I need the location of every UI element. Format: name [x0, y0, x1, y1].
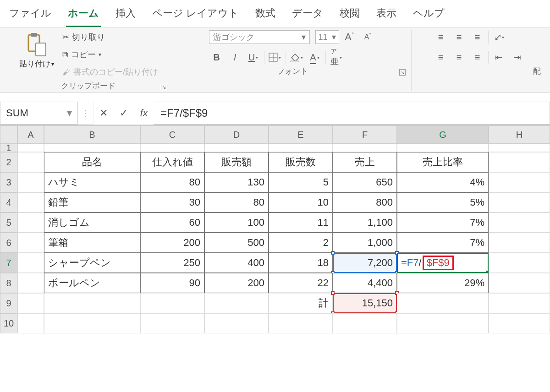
cell-H8[interactable] — [489, 273, 550, 293]
cell-G5[interactable]: 7% — [397, 212, 489, 233]
cell-G8[interactable]: 29% — [397, 273, 489, 293]
col-header-E[interactable]: E — [269, 125, 333, 144]
cell-F6[interactable]: 1,000 — [333, 233, 397, 253]
cell-D9[interactable] — [204, 293, 269, 313]
col-header-C[interactable]: C — [140, 125, 204, 144]
align-right-button[interactable]: ≡ — [470, 50, 485, 64]
cell-D1[interactable] — [204, 144, 269, 152]
cell-C9[interactable] — [140, 293, 204, 313]
cell-E9[interactable]: 計 — [269, 293, 333, 313]
cell-E1[interactable] — [269, 144, 333, 152]
cell-A2[interactable] — [17, 152, 44, 172]
col-header-F[interactable]: F — [333, 125, 397, 144]
cell-G2[interactable]: 売上比率 — [397, 152, 489, 172]
cell-G7[interactable]: =F7/$F$9 — [397, 253, 489, 273]
cell-F2[interactable]: 売上 — [333, 152, 397, 172]
cell-B4[interactable]: 鉛筆 — [44, 192, 140, 212]
cell-A10[interactable] — [17, 313, 44, 333]
cell-G6[interactable]: 7% — [397, 233, 489, 253]
cell-D10[interactable] — [204, 313, 269, 333]
italic-button[interactable]: I — [227, 50, 243, 64]
range-handle[interactable] — [331, 291, 335, 295]
cell-D7[interactable]: 400 — [204, 253, 269, 273]
cell-F4[interactable]: 800 — [333, 192, 397, 212]
cell-G3[interactable]: 4% — [397, 172, 489, 192]
font-name-dropdown[interactable]: 游ゴシック ▾ — [209, 30, 310, 44]
tab-file[interactable]: ファイル — [7, 4, 53, 27]
tab-insert[interactable]: 挿入 — [114, 4, 138, 27]
cell-H9[interactable] — [489, 293, 550, 313]
cut-button[interactable]: ✂ 切り取り — [60, 30, 160, 44]
cell-H3[interactable] — [489, 172, 550, 192]
cell-H1[interactable] — [489, 144, 550, 152]
cell-E2[interactable]: 販売数 — [269, 152, 333, 172]
cell-D2[interactable]: 販売額 — [204, 152, 269, 172]
cell-A5[interactable] — [17, 212, 44, 233]
col-header-A[interactable]: A — [17, 125, 44, 144]
cell-A9[interactable] — [17, 293, 44, 313]
cell-G1[interactable] — [397, 144, 489, 152]
align-left-button[interactable]: ≡ — [433, 50, 449, 64]
cell-A3[interactable] — [17, 172, 44, 192]
cell-D8[interactable]: 200 — [204, 273, 269, 293]
row-header-4[interactable]: 4 — [0, 192, 17, 212]
align-middle-button[interactable]: ≡ — [451, 30, 467, 44]
tab-review[interactable]: 校閲 — [338, 4, 362, 27]
formula-cancel-button[interactable]: ✕ — [94, 102, 114, 125]
cell-C6[interactable]: 200 — [140, 233, 204, 253]
row-header-7[interactable]: 7 — [0, 253, 17, 273]
tab-formulas[interactable]: 数式 — [253, 4, 277, 27]
cell-B10[interactable] — [44, 313, 140, 333]
cell-C2[interactable]: 仕入れ値 — [140, 152, 204, 172]
cell-E10[interactable] — [269, 313, 333, 333]
cell-G4[interactable]: 5% — [397, 192, 489, 212]
decrease-font-button[interactable]: A˅ — [360, 30, 376, 44]
increase-font-button[interactable]: A˄ — [342, 30, 358, 44]
cell-B6[interactable]: 筆箱 — [44, 233, 140, 253]
col-header-B[interactable]: B — [44, 125, 140, 144]
cell-E7[interactable]: 18 — [269, 253, 333, 273]
copy-button[interactable]: ⧉ コピー ▾ — [60, 48, 160, 61]
cell-F9[interactable]: 15,150 — [333, 293, 397, 313]
cell-H5[interactable] — [489, 212, 550, 233]
cell-D5[interactable]: 100 — [204, 212, 269, 233]
tab-view[interactable]: 表示 — [374, 4, 398, 27]
formula-input[interactable]: =F7/$F$9 — [154, 102, 550, 125]
cell-C10[interactable] — [140, 313, 204, 333]
select-all-corner[interactable] — [0, 125, 17, 144]
cell-A4[interactable] — [17, 192, 44, 212]
tab-help[interactable]: ヘルプ — [411, 4, 446, 27]
decrease-indent-button[interactable]: ⇤ — [491, 50, 507, 64]
fill-color-button[interactable]: ▾ — [289, 50, 304, 64]
cell-D6[interactable]: 500 — [204, 233, 269, 253]
cell-C4[interactable]: 30 — [140, 192, 204, 212]
cell-C7[interactable]: 250 — [140, 253, 204, 273]
cell-F3[interactable]: 650 — [333, 172, 397, 192]
cell-E5[interactable]: 11 — [269, 212, 333, 233]
cell-C5[interactable]: 60 — [140, 212, 204, 233]
cell-D4[interactable]: 80 — [204, 192, 269, 212]
cell-G9[interactable] — [397, 293, 489, 313]
insert-function-button[interactable]: fx — [134, 102, 154, 125]
cell-B2[interactable]: 品名 — [44, 152, 140, 172]
underline-button[interactable]: U▾ — [246, 50, 261, 64]
cell-A7[interactable] — [17, 253, 44, 273]
dialog-launcher-clipboard[interactable]: ↘ — [161, 84, 167, 90]
cell-F10[interactable] — [333, 313, 397, 333]
cell-C1[interactable] — [140, 144, 204, 152]
col-header-D[interactable]: D — [204, 125, 269, 144]
row-header-6[interactable]: 6 — [0, 233, 17, 253]
cell-E4[interactable]: 10 — [269, 192, 333, 212]
cell-H4[interactable] — [489, 192, 550, 212]
cell-G10[interactable] — [397, 313, 489, 333]
row-header-3[interactable]: 3 — [0, 172, 17, 192]
row-header-1[interactable]: 1 — [0, 144, 17, 152]
increase-indent-button[interactable]: ⇥ — [510, 50, 525, 64]
align-top-button[interactable]: ≡ — [433, 30, 449, 44]
cell-E3[interactable]: 5 — [269, 172, 333, 192]
col-header-G[interactable]: G — [397, 125, 489, 144]
cell-H7[interactable] — [489, 253, 550, 273]
row-header-2[interactable]: 2 — [0, 152, 17, 172]
orientation-button[interactable]: ⤢▾ — [491, 30, 507, 44]
col-header-H[interactable]: H — [489, 125, 550, 144]
